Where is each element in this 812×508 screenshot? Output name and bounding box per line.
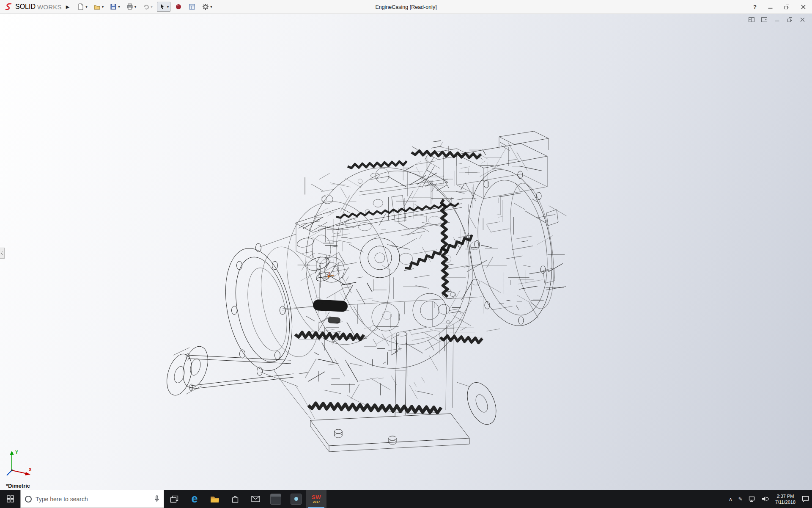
settings-button[interactable]: ▾ (200, 2, 214, 12)
triad-y-label: Y (15, 450, 18, 455)
view-orientation-label: *Dimetric (6, 483, 30, 489)
gear-icon (202, 3, 209, 11)
network-icon (749, 496, 756, 502)
minimize-icon (775, 17, 779, 22)
select-cursor-icon (159, 3, 166, 11)
microphone-icon[interactable] (154, 495, 159, 502)
select-tool-button[interactable]: ▾ (157, 2, 171, 12)
open-folder-icon (93, 3, 101, 11)
taskbar-search-box[interactable] (20, 490, 164, 508)
app-window-dark-2-button[interactable] (286, 490, 306, 508)
pen-icon: ✎ (738, 497, 743, 502)
clock-time: 2:37 PM (776, 493, 794, 499)
store-button[interactable] (225, 490, 245, 508)
doc-pane-right-button[interactable] (760, 17, 768, 23)
chevron-down-icon[interactable]: ▾ (102, 5, 104, 9)
chevron-down-icon[interactable]: ▾ (167, 5, 169, 9)
menu-expand-arrow-icon[interactable]: ▶ (66, 4, 69, 10)
chevron-down-icon[interactable]: ▾ (134, 5, 137, 9)
task-view-button[interactable] (164, 490, 184, 508)
orientation-triad[interactable]: Y X (5, 447, 35, 478)
restore-button[interactable] (782, 3, 791, 11)
solidworks-window: SOLIDWORKS ▶ ▾ ▾ ▾ ▾ ▾ (0, 0, 812, 508)
minimize-button[interactable] (765, 3, 775, 11)
pane-right-icon (761, 17, 767, 22)
new-document-button[interactable]: ▾ (75, 2, 89, 12)
show-hidden-icons-button[interactable]: ∧ (726, 490, 735, 508)
volume-button[interactable] (759, 490, 772, 508)
edge-icon: e (191, 493, 198, 505)
speaker-icon (762, 496, 769, 502)
doc-pane-left-button[interactable] (748, 17, 755, 23)
pane-left-icon (749, 17, 754, 22)
windows-logo-icon (7, 495, 14, 502)
chevron-up-icon: ∧ (729, 497, 732, 502)
folder-icon (210, 495, 220, 503)
mail-envelope-icon (251, 496, 260, 502)
print-button[interactable]: ▾ (124, 2, 138, 12)
undo-arrow-icon (142, 3, 150, 11)
file-explorer-button[interactable] (205, 490, 225, 508)
chevron-down-icon[interactable]: ▾ (118, 5, 120, 9)
brand-solid-text: SOLID (15, 3, 36, 11)
printer-icon (126, 3, 134, 11)
mail-button[interactable] (245, 490, 266, 508)
doc-close-button[interactable] (798, 17, 806, 23)
restore-icon (787, 17, 792, 22)
doc-minimize-button[interactable] (773, 17, 781, 23)
cortana-icon (25, 496, 32, 502)
store-bag-icon (231, 495, 239, 503)
brand-works-text: WORKS (37, 3, 62, 11)
start-button[interactable] (0, 490, 20, 508)
graphics-area[interactable]: Y X *Dimetric (0, 14, 812, 490)
new-document-icon (77, 3, 85, 11)
display-pane-icon (188, 3, 196, 11)
taskbar-apps: e SW 2017 (164, 490, 326, 508)
title-bar: SOLIDWORKS ▶ ▾ ▾ ▾ ▾ ▾ (0, 0, 812, 14)
featuremanager-collapsed-tab[interactable] (0, 248, 5, 259)
engine-casing-wireframe-model[interactable] (0, 14, 812, 490)
solidworks-logo: SOLIDWORKS (4, 3, 62, 11)
solidworks-taskbar-button[interactable]: SW 2017 (306, 490, 326, 508)
close-button[interactable] (798, 3, 808, 11)
close-icon (801, 5, 806, 9)
dassault-3ds-icon (4, 3, 14, 11)
doc-restore-button[interactable] (786, 17, 793, 23)
triad-x-label: X (29, 467, 32, 472)
minimize-icon (768, 5, 773, 9)
task-view-icon (170, 495, 179, 503)
help-button[interactable]: ? (753, 4, 757, 10)
close-icon (800, 17, 805, 22)
taskbar-clock[interactable]: 2:37 PM 7/11/2018 (772, 493, 799, 505)
network-button[interactable] (746, 490, 759, 508)
windows-taskbar: e SW 2017 (0, 490, 812, 508)
action-center-icon (802, 496, 809, 502)
save-floppy-icon (110, 3, 117, 11)
undo-button[interactable]: ▾ (140, 2, 154, 12)
chevron-down-icon[interactable]: ▾ (210, 5, 212, 9)
app-window-dark-1-button[interactable] (266, 490, 286, 508)
solidworks-2017-icon: SW 2017 (312, 494, 321, 504)
clock-date: 7/11/2018 (775, 499, 796, 505)
system-tray: ∧ ✎ 2:37 PM 7/11/2018 (726, 490, 812, 508)
save-button[interactable]: ▾ (108, 2, 122, 12)
quick-access-toolbar: ▾ ▾ ▾ ▾ ▾ ▾ (75, 2, 214, 12)
display-options-button[interactable] (187, 2, 198, 12)
open-button[interactable]: ▾ (92, 2, 106, 12)
appearance-sphere-icon (175, 3, 182, 11)
app-window-dark-icon-2 (291, 494, 302, 505)
app-window-dark-icon-1 (270, 494, 281, 505)
pen-settings-button[interactable]: ✎ (735, 490, 746, 508)
chevron-down-icon[interactable]: ▾ (85, 5, 88, 9)
window-title: EngineCasing [Read-only] (375, 0, 436, 14)
action-center-button[interactable] (799, 490, 812, 508)
chevron-left-icon (1, 251, 3, 255)
restore-icon (785, 5, 789, 9)
edge-button[interactable]: e (184, 490, 205, 508)
window-controls: ? (753, 0, 808, 14)
document-window-controls (748, 17, 806, 23)
appearance-button[interactable] (173, 2, 184, 12)
search-input[interactable] (36, 496, 151, 502)
chevron-down-icon: ▾ (151, 5, 153, 9)
